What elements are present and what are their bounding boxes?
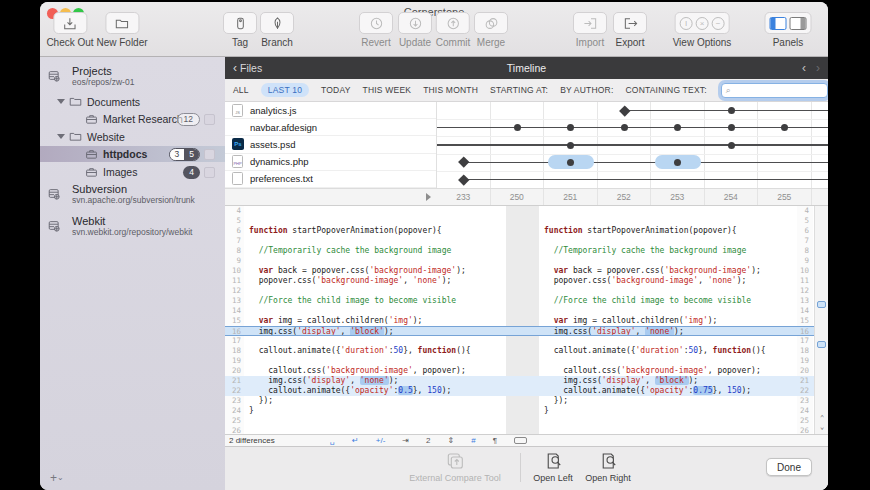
revision-dot[interactable]	[567, 159, 574, 166]
filter-last-10[interactable]: LAST 10	[261, 83, 309, 97]
revision-dot[interactable]	[728, 142, 735, 149]
sidebar-repository-subversion[interactable]: Subversionsvn.apache.org/subversion/trun…	[40, 180, 225, 208]
keyboard-icon[interactable]	[514, 437, 527, 444]
pilcrow-icon[interactable]: ¶	[493, 436, 497, 446]
branch-button[interactable]: Branch	[260, 12, 294, 48]
play-timeline-icon[interactable]	[426, 193, 431, 201]
diff-line-20[interactable]: 20 callout.css('background-image', popov…	[225, 366, 828, 376]
revision-dot[interactable]	[674, 159, 681, 166]
filter-this-month[interactable]: THIS MONTH	[423, 85, 478, 95]
revision-label-250[interactable]: 250	[491, 189, 545, 205]
sidebar-repository-webkit[interactable]: Webkitsvn.webkit.org/repository/webkit	[40, 212, 225, 240]
timeline-grid[interactable]	[437, 102, 828, 188]
file-row-preferences-txt[interactable]: preferences.txt	[225, 171, 436, 188]
diff-line-24[interactable]: 24}}24	[225, 406, 828, 416]
code-right	[539, 426, 797, 434]
search-input[interactable]	[733, 84, 823, 96]
return-icon[interactable]: ↵	[352, 436, 359, 446]
revision-dot[interactable]	[728, 107, 735, 114]
diff-line-21[interactable]: 21 img.css('display', 'none'); img.css('…	[225, 376, 828, 386]
update-button[interactable]: Update	[398, 12, 432, 48]
revision-label-254[interactable]: 254	[705, 189, 759, 205]
disclosure-triangle-icon[interactable]	[57, 134, 65, 139]
tag-button[interactable]: Tag	[223, 12, 257, 48]
diff-line-23[interactable]: 23 }); });23	[225, 396, 828, 406]
filter-today[interactable]: TODAY	[321, 85, 351, 95]
commit-icon	[436, 12, 470, 34]
item-checkbox[interactable]	[204, 167, 215, 178]
item-checkbox[interactable]	[204, 114, 215, 125]
sidebar-item-market-research[interactable]: Market Research12	[40, 111, 225, 127]
hash-icon[interactable]: #	[471, 436, 475, 446]
item-checkbox[interactable]	[204, 149, 215, 160]
nav-previous-button[interactable]: ‹	[802, 61, 806, 75]
diff-line-8[interactable]: 8 //Temporarily cache the background ima…	[225, 246, 828, 256]
add-repository-button[interactable]: +⌄	[50, 471, 64, 485]
diff-line-12[interactable]: 1212	[225, 286, 828, 296]
diff-line-4[interactable]: 44	[225, 206, 828, 216]
stepper-icon[interactable]: ⇕	[448, 436, 455, 446]
revision-label-251[interactable]: 251	[544, 189, 598, 205]
diff-line-25[interactable]: 2525	[225, 416, 828, 426]
containing-text-search-field[interactable]: ⌕	[721, 83, 828, 98]
diff-line-14[interactable]: 1414	[225, 306, 828, 316]
revert-button[interactable]: Revert	[359, 12, 393, 48]
export-button[interactable]: Export	[613, 12, 647, 48]
file-row-assets-psd[interactable]: Psassets.psd	[225, 136, 436, 153]
tab-stop-icon[interactable]: ⇥	[402, 436, 409, 446]
diff-line-7[interactable]: 77	[225, 236, 828, 246]
diff-line-18[interactable]: 18 callout.animate({'duration':50}, func…	[225, 346, 828, 356]
diff-scrollbar[interactable]: ⌃⌄	[814, 206, 828, 434]
open-right-button[interactable]: Open Right	[585, 451, 631, 483]
disclosure-triangle-icon[interactable]	[57, 99, 65, 104]
diff-line-5[interactable]: 55	[225, 216, 828, 226]
sidebar-item-website[interactable]: Website	[40, 129, 225, 144]
diff-line-15[interactable]: 15 var img = callout.children('img'); va…	[225, 316, 828, 326]
diff-line-13[interactable]: 13 //Force the child image to become vis…	[225, 296, 828, 306]
import-button[interactable]: Import	[573, 12, 607, 48]
commit-button[interactable]: Commit	[436, 12, 470, 48]
diff-line-11[interactable]: 11 popover.css('background-image', 'none…	[225, 276, 828, 286]
filter-starting-at[interactable]: STARTING AT:	[490, 85, 548, 95]
tab-width-value[interactable]: 2	[426, 436, 430, 446]
code-left: });	[244, 396, 506, 406]
diff-line-22[interactable]: 22 callout.animate({'opacity':0.5}, 150)…	[225, 386, 828, 396]
nav-next-button[interactable]: ›	[816, 61, 820, 75]
merge-button[interactable]: Merge	[474, 12, 508, 48]
done-button[interactable]: Done	[766, 458, 812, 476]
revision-dot[interactable]	[567, 142, 574, 149]
sidebar-item-images[interactable]: Images4	[40, 164, 225, 180]
revision-label-233[interactable]: 233	[437, 189, 491, 205]
diff-line-19[interactable]: 1919	[225, 356, 828, 366]
file-row-navbar-afdesign[interactable]: navbar.afdesign	[225, 119, 436, 136]
check-out-button[interactable]: Check Out	[46, 12, 93, 48]
revision-label-252[interactable]: 252	[598, 189, 652, 205]
scroll-arrows[interactable]: ⌃⌄	[815, 414, 828, 432]
sidebar-item-documents[interactable]: Documents	[40, 94, 225, 109]
diff-line-9[interactable]: 99	[225, 256, 828, 266]
diff-line-17[interactable]: 1717	[225, 336, 828, 346]
new-folder-button[interactable]: New Folder	[96, 12, 147, 48]
sidebar-item-httpdocs[interactable]: httpdocs35	[40, 146, 225, 162]
filter-all[interactable]: ALL	[233, 85, 249, 95]
external-compare-tool-button[interactable]: External Compare Tool	[409, 451, 500, 483]
space-icon[interactable]: ␣	[330, 436, 335, 446]
revision-label-253[interactable]: 253	[651, 189, 705, 205]
filter-this-week[interactable]: THIS WEEK	[363, 85, 412, 95]
diff-line-16[interactable]: 16 img.css('display', 'block'); img.css(…	[225, 326, 828, 336]
filter-containing-text[interactable]: CONTAINING TEXT:	[625, 85, 706, 95]
view-options-button[interactable]: I×−View Options	[673, 12, 732, 48]
open-left-button[interactable]: Open Left	[533, 451, 573, 483]
file-row-analytics-js[interactable]: JSanalytics.js	[225, 102, 436, 119]
revision-label-255[interactable]: 255	[758, 189, 812, 205]
code-left	[244, 306, 506, 316]
diff-line-26[interactable]: 2626	[225, 426, 828, 434]
line-number-right: 15	[797, 316, 813, 326]
panels-button[interactable]: Panels	[765, 12, 812, 48]
sidebar-repository-projects[interactable]: Projectseos/repos/zw-01	[40, 62, 225, 90]
diff-line-6[interactable]: 6function startPopoverAnimation(popover)…	[225, 226, 828, 236]
file-row-dynamics-php[interactable]: PHPdynamics.php	[225, 154, 436, 171]
filter-by-author[interactable]: BY AUTHOR:	[560, 85, 613, 95]
diff-line-10[interactable]: 10 var back = popover.css('background-im…	[225, 266, 828, 276]
plus-minus-icon[interactable]: +/-	[376, 436, 386, 446]
